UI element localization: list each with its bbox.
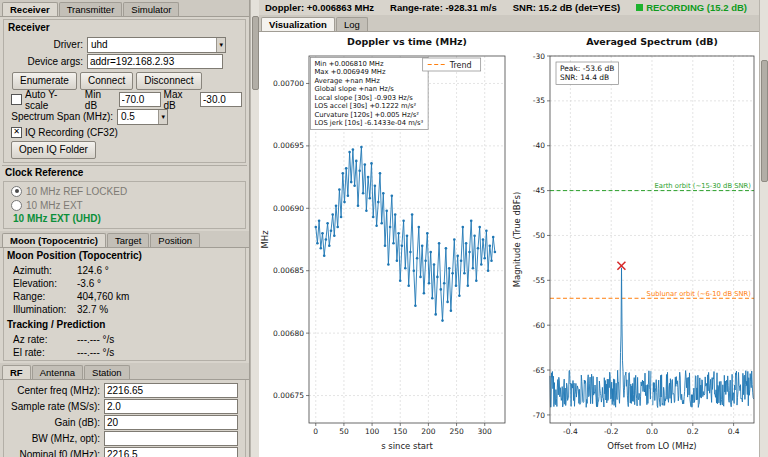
clock-ref-locked-label: 10 MHz REF LOCKED	[26, 186, 127, 197]
clock-ref-locked-radio[interactable]	[11, 186, 22, 197]
sample-rate-label: Sample rate (MS/s):	[6, 401, 100, 412]
tab-receiver[interactable]: Receiver	[2, 2, 58, 16]
rf-panel: Center freq (MHz): Sample rate (MS/s): G…	[3, 380, 246, 457]
right-scrollbar-thumb[interactable]	[761, 60, 768, 182]
tab-moon-topocentric[interactable]: Moon (Topocentric)	[2, 233, 106, 247]
svg-text:-30: -30	[533, 52, 545, 61]
svg-text:Curvature [120s] +0.005 Hz/s²: Curvature [120s] +0.005 Hz/s²	[315, 111, 420, 119]
clock-reference-group: 10 MHz REF LOCKED 10 MHz EXT 10 MHz EXT …	[3, 181, 246, 229]
bw-label: BW (MHz, opt):	[6, 433, 100, 444]
svg-text:-35: -35	[533, 96, 545, 105]
svg-text:0.00685: 0.00685	[273, 266, 304, 275]
nominal-f0-input[interactable]	[104, 447, 238, 457]
tab-rf[interactable]: RF	[2, 365, 31, 379]
tab-antenna[interactable]: Antenna	[32, 365, 83, 379]
svg-text:0.00690: 0.00690	[273, 204, 304, 213]
threshold-label: Earth orbit (~15-30 dB SNR)	[654, 182, 751, 190]
view-tabs: Visualization Log	[259, 15, 759, 32]
moon-row-range: Range:404,760 km	[6, 290, 243, 303]
svg-text:0.2: 0.2	[687, 427, 699, 436]
spectrum-chart: Earth orbit (~15-30 dB SNR)Sublunar orbi…	[510, 32, 761, 457]
sample-rate-input[interactable]	[104, 399, 238, 414]
tab-target[interactable]: Target	[107, 233, 149, 247]
svg-text:-0.4: -0.4	[563, 427, 578, 436]
recording-label: RECORDING (15.2 dB)	[646, 2, 747, 13]
svg-text:LOS jerk [10s] -6.1433e-04 m/s: LOS jerk [10s] -6.1433e-04 m/s³	[315, 119, 424, 127]
tab-simulator[interactable]: Simulator	[123, 2, 179, 16]
svg-text:250: 250	[449, 427, 464, 436]
chevron-down-icon[interactable]: ▾	[158, 110, 167, 124]
svg-text:-65: -65	[533, 366, 545, 375]
recording-square-icon	[636, 4, 643, 11]
tracking-row-az: Az rate:---.--- °/s	[6, 333, 243, 346]
svg-text:Min +0.006810 MHz: Min +0.006810 MHz	[315, 60, 384, 68]
device-args-input[interactable]	[87, 54, 223, 69]
app-window: Receiver Transmitter Simulator Receiver …	[0, 0, 768, 457]
tab-transmitter[interactable]: Transmitter	[59, 2, 123, 16]
svg-text:100: 100	[365, 427, 380, 436]
svg-text:-50: -50	[533, 231, 545, 240]
auto-yscale-label: Auto Y-scale	[25, 89, 80, 111]
bw-input[interactable]	[104, 431, 238, 446]
snr-readout: SNR: 15.2 dB (det=YES)	[513, 2, 620, 13]
y-axis-label: MHz	[260, 230, 270, 249]
chart-doppler-svg: 0501001502002503000.006750.006800.006850…	[259, 32, 510, 457]
threshold-label: Sublunar orbit (~6-10 dB SNR)	[647, 290, 752, 298]
svg-text:0.00680: 0.00680	[273, 329, 304, 338]
main-area: Doppler: +0.006863 MHz Range-rate: -928.…	[259, 0, 759, 457]
gain-input[interactable]	[104, 415, 238, 430]
auto-yscale-checkbox[interactable]	[11, 94, 22, 105]
open-iq-folder-button[interactable]: Open IQ Folder	[11, 141, 96, 159]
disconnect-button[interactable]: Disconnect	[136, 72, 201, 90]
min-db-input[interactable]	[119, 92, 161, 107]
svg-text:0.0: 0.0	[646, 427, 658, 436]
tab-station[interactable]: Station	[84, 365, 130, 379]
center-freq-input[interactable]	[104, 383, 238, 398]
moon-row-azimuth: Azimuth:124.6 °	[6, 264, 243, 277]
iq-recording-checkbox[interactable]: ✕	[11, 127, 22, 138]
max-db-label: Max dB	[164, 89, 197, 111]
x-axis-label: s since start	[381, 441, 433, 451]
recording-indicator: RECORDING (15.2 dB)	[636, 2, 747, 13]
svg-text:50: 50	[339, 427, 349, 436]
connect-button[interactable]: Connect	[80, 72, 133, 90]
spectrum-span-combobox[interactable]: 0.5 ▾	[117, 109, 168, 125]
legend-label: Trend	[449, 61, 472, 70]
chart-title: Averaged Spectrum (dB)	[586, 36, 718, 47]
svg-text:0.00695: 0.00695	[273, 141, 304, 150]
driver-value: uhd	[91, 39, 108, 50]
enumerate-button[interactable]: Enumerate	[12, 72, 77, 90]
svg-text:0: 0	[313, 427, 318, 436]
svg-text:Max +0.006949 MHz: Max +0.006949 MHz	[315, 68, 386, 76]
receiver-mode-tabs: Receiver Transmitter Simulator	[0, 0, 249, 17]
moon-row-illumination: Illumination:32.7 %	[6, 303, 243, 316]
max-db-input[interactable]	[200, 92, 242, 107]
doppler-readout: Doppler: +0.006863 MHz	[265, 2, 374, 13]
svg-text:LOS accel [30s] +0.1222 m/s²: LOS accel [30s] +0.1222 m/s²	[315, 102, 417, 110]
device-args-label: Device args:	[7, 56, 83, 67]
svg-text:0.00700: 0.00700	[273, 79, 304, 88]
svg-text:150: 150	[393, 427, 408, 436]
tab-log[interactable]: Log	[336, 17, 368, 31]
moon-position-panel: Moon Position (Topocentric) Azimuth:124.…	[3, 248, 246, 361]
y-axis-label: Magnitude (True dBFs)	[512, 192, 522, 288]
left-scrollbar-thumb[interactable]	[252, 16, 259, 90]
tab-position[interactable]: Position	[150, 233, 200, 247]
spectrum-span-value: 0.5	[121, 111, 135, 122]
tab-visualization[interactable]: Visualization	[261, 17, 335, 31]
svg-text:-60: -60	[533, 321, 545, 330]
chevron-down-icon[interactable]: ▾	[216, 38, 225, 52]
doppler-chart: 0501001502002503000.006750.006800.006850…	[259, 32, 510, 457]
driver-label: Driver:	[7, 39, 83, 50]
right-scrollbar[interactable]	[759, 0, 768, 457]
visualization-canvas: 0501001502002503000.006750.006800.006850…	[259, 32, 759, 457]
svg-text:Peak: -53.6 dB: Peak: -53.6 dB	[560, 64, 614, 73]
clock-reference-title: Clock Reference	[5, 167, 249, 179]
svg-text:200: 200	[421, 427, 436, 436]
clock-ext-radio[interactable]	[11, 200, 22, 211]
svg-text:Average +nan MHz: Average +nan MHz	[315, 77, 381, 85]
svg-text:-70: -70	[533, 411, 545, 420]
left-scrollbar[interactable]	[250, 0, 259, 457]
nominal-f0-label: Nominal f0 (MHz):	[6, 449, 100, 457]
driver-combobox[interactable]: uhd ▾	[87, 37, 226, 53]
